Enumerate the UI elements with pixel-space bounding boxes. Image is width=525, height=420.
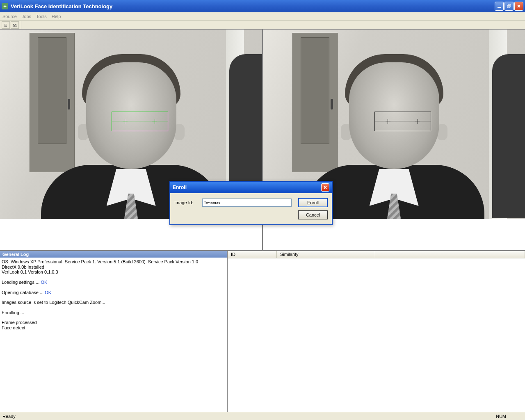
log-line: DirectX 9.0b installed	[2, 265, 225, 270]
column-id[interactable]: ID	[228, 251, 277, 258]
statusbar: Ready NUM	[0, 412, 525, 420]
close-button[interactable]	[514, 2, 523, 11]
log-header: General Log	[0, 251, 227, 258]
image-id-input[interactable]	[202, 199, 292, 207]
dialog-body: Image Id: Enroll Cancel	[170, 193, 332, 224]
svg-rect-1	[507, 5, 510, 8]
image-id-label: Image Id:	[174, 200, 199, 205]
results-header: ID Similarity	[228, 251, 525, 258]
menu-tools[interactable]: Tools	[36, 14, 47, 19]
column-similarity[interactable]: Similarity	[277, 251, 375, 258]
log-line: Loading settings ... OK	[2, 280, 225, 285]
window-title: VeriLook Face Identification Technology	[11, 3, 495, 9]
results-panel: ID Similarity	[228, 251, 525, 412]
dialog-title: Enroll	[173, 185, 321, 190]
svg-rect-0	[498, 7, 501, 8]
status-ready: Ready	[2, 414, 16, 419]
menu-help[interactable]: Help	[52, 14, 61, 19]
enroll-dialog: Enroll Image Id: Enroll Cancel	[169, 181, 333, 225]
minimize-button[interactable]	[495, 2, 504, 11]
menu-source[interactable]: Source	[2, 14, 17, 19]
log-line: Images source is set to Logitech QuickCa…	[2, 300, 225, 305]
restore-button[interactable]	[504, 2, 514, 11]
log-line: VeriLook 0.1 Version 0.1.0.0	[2, 269, 225, 275]
enroll-button[interactable]: Enroll	[298, 198, 328, 207]
titlebar: ✦ VeriLook Face Identification Technolog…	[0, 0, 525, 12]
status-num: NUM	[496, 414, 506, 419]
log-line: Face detect	[2, 325, 225, 331]
log-line: OS: Windows XP Professional, Service Pac…	[2, 259, 225, 265]
cancel-button[interactable]: Cancel	[298, 210, 328, 219]
log-line: Enrolling ...	[2, 310, 225, 315]
app-icon: ✦	[2, 3, 8, 9]
toolbar-separator	[21, 21, 21, 29]
face-detect-box-right	[374, 112, 431, 131]
menu-jobs[interactable]: Jobs	[22, 14, 31, 19]
log-body[interactable]: OS: Windows XP Professional, Service Pac…	[0, 258, 227, 412]
column-spacer	[375, 251, 525, 258]
dialog-close-button[interactable]	[321, 183, 329, 192]
toolbar-m-button[interactable]: M	[11, 21, 19, 29]
toolbar-e-button[interactable]: E	[2, 21, 10, 29]
svg-rect-2	[508, 5, 511, 7]
dialog-titlebar[interactable]: Enroll	[170, 182, 332, 193]
menubar: Source Jobs Tools Help	[0, 12, 525, 21]
log-panel: General Log OS: Windows XP Professional,…	[0, 251, 228, 412]
face-detect-box-left	[112, 112, 168, 131]
bottom-panels: General Log OS: Windows XP Professional,…	[0, 251, 525, 412]
log-line: Opening database ... OK	[2, 290, 225, 295]
toolbar: E M	[0, 21, 525, 30]
log-line: Frame processed	[2, 320, 225, 325]
window-controls	[495, 2, 523, 11]
